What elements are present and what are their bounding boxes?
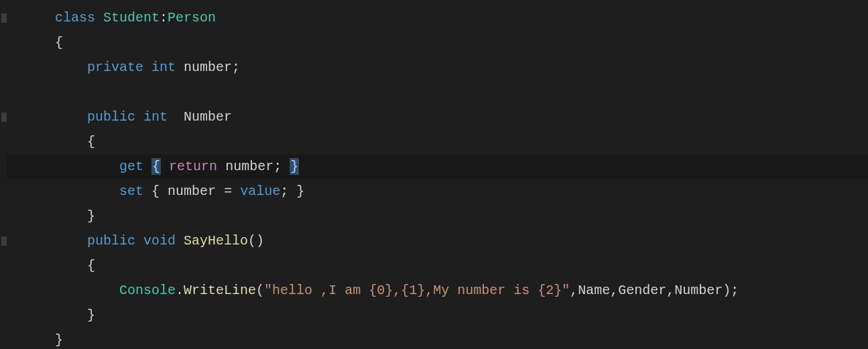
field-ref: number <box>168 184 216 199</box>
indent <box>7 60 87 75</box>
method-call: WriteLine <box>184 283 256 298</box>
keyword-access: private <box>87 60 143 75</box>
comma: , <box>666 283 674 298</box>
indent <box>7 184 119 199</box>
space <box>282 159 290 174</box>
indent <box>7 159 119 174</box>
space <box>176 233 184 249</box>
class-name: Student <box>103 10 160 25</box>
method-name: SayHello <box>184 233 248 249</box>
space <box>95 10 103 25</box>
semicolon: ; <box>731 283 739 298</box>
code-line[interactable]: public int Number <box>7 104 868 129</box>
fold-icon[interactable] <box>1 236 7 246</box>
space <box>135 233 143 249</box>
class-ref: Console <box>119 283 176 298</box>
code-line[interactable]: private int number; <box>7 55 868 80</box>
semicolon: ; <box>273 159 282 174</box>
brace: } <box>87 208 95 224</box>
keyword-access: public <box>87 233 135 249</box>
arg: Gender <box>618 283 666 298</box>
keyword-set: set <box>119 184 143 199</box>
base-class: Person <box>168 10 216 25</box>
colon: : <box>160 10 168 25</box>
indent <box>7 35 55 50</box>
indent <box>7 233 87 249</box>
arg: Number <box>674 283 723 298</box>
keyword-class: class <box>55 10 95 25</box>
paren: ( <box>256 283 264 298</box>
space <box>217 159 225 174</box>
brace: { <box>55 35 63 50</box>
space <box>176 60 184 75</box>
indent <box>7 10 55 25</box>
string-literal: "hello ,I am {0},{1},My number is {2}" <box>264 283 570 298</box>
fold-icon[interactable] <box>1 113 7 122</box>
code-line[interactable]: } <box>7 303 868 328</box>
indent <box>7 258 87 273</box>
brace: { <box>87 134 95 149</box>
brace: { <box>87 258 95 273</box>
code-line[interactable]: public void SayHello() <box>7 228 868 253</box>
space <box>232 184 240 199</box>
indent <box>7 134 87 149</box>
dot: . <box>176 283 184 298</box>
field-name: number <box>184 60 232 75</box>
comma: , <box>610 283 618 298</box>
brace: { <box>151 184 160 199</box>
code-line[interactable]: } <box>7 204 868 228</box>
brace-match: } <box>290 158 299 175</box>
brace-match: { <box>151 158 161 175</box>
comma: , <box>570 283 578 298</box>
space <box>288 184 296 199</box>
code-line[interactable] <box>7 80 868 104</box>
brace: } <box>55 332 63 348</box>
property-name: Number <box>184 109 232 125</box>
space <box>143 159 151 174</box>
space <box>135 109 143 125</box>
keyword-value: value <box>240 184 280 199</box>
code-line[interactable]: { <box>7 129 868 154</box>
arg: Name <box>578 283 610 298</box>
parens: () <box>248 233 264 249</box>
code-line-active[interactable]: get { return number; } <box>7 154 868 179</box>
keyword-return: return <box>169 159 217 174</box>
space <box>143 60 151 75</box>
space <box>143 184 151 199</box>
space <box>216 184 224 199</box>
keyword-void: void <box>143 233 176 249</box>
brace: } <box>87 307 95 323</box>
code-editor[interactable]: class Student:Person { private int numbe… <box>0 0 868 349</box>
indent <box>7 332 55 348</box>
field-ref: number <box>225 159 273 174</box>
keyword-access: public <box>87 109 135 125</box>
paren: ) <box>723 283 731 298</box>
equals: = <box>224 184 232 199</box>
keyword-get: get <box>119 159 143 174</box>
space <box>168 109 184 125</box>
brace: } <box>296 184 304 199</box>
indent <box>7 109 87 125</box>
keyword-type: int <box>151 60 176 75</box>
fold-icon[interactable] <box>1 13 7 23</box>
keyword-type: int <box>143 109 168 125</box>
code-line[interactable]: { <box>7 30 868 55</box>
space <box>160 184 168 199</box>
semicolon: ; <box>280 184 288 199</box>
indent <box>7 307 87 323</box>
code-line[interactable]: set { number = value; } <box>7 179 868 204</box>
indent <box>7 283 119 298</box>
code-line[interactable]: } <box>7 328 868 349</box>
code-line[interactable]: Console.WriteLine("hello ,I am {0},{1},M… <box>7 278 868 303</box>
code-line[interactable]: { <box>7 253 868 278</box>
semicolon: ; <box>232 60 240 75</box>
code-line[interactable]: class Student:Person <box>7 5 868 30</box>
indent <box>7 208 87 224</box>
space <box>161 159 169 174</box>
